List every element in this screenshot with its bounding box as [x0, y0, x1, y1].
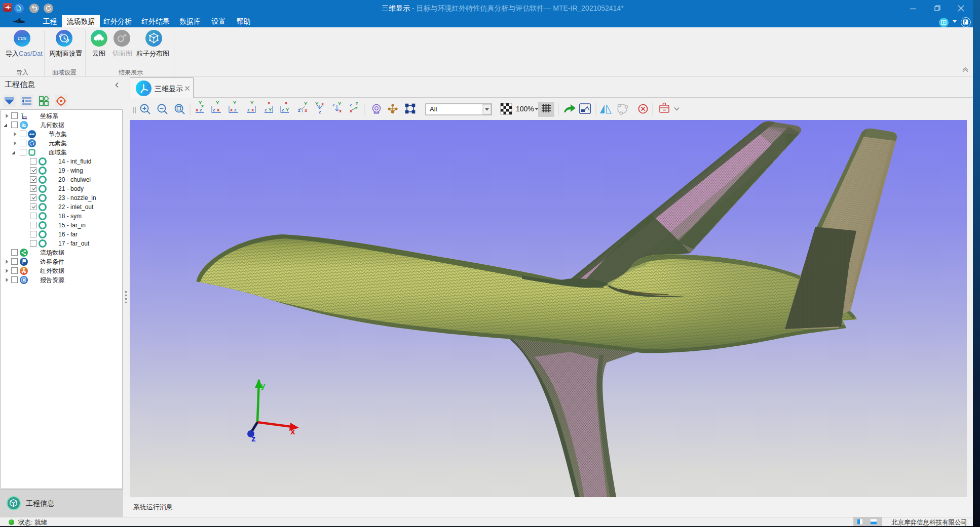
svg-text:x: x [268, 100, 271, 105]
svg-text:z: z [350, 102, 352, 107]
svg-text:x: x [196, 107, 199, 112]
svg-text:Y: Y [338, 101, 342, 106]
svg-text:x: x [25, 115, 27, 119]
svg-text:x: x [290, 427, 295, 436]
svg-text:z: z [251, 434, 256, 443]
svg-text:z: z [265, 107, 267, 112]
svg-text:x: x [305, 107, 308, 113]
svg-text:x: x [350, 108, 353, 113]
svg-text:x: x [230, 107, 233, 112]
svg-text:Y: Y [233, 100, 237, 105]
svg-text:Y: Y [250, 100, 254, 105]
svg-text:All: All [430, 105, 437, 113]
svg-text:x: x [251, 107, 254, 112]
svg-text:z: z [234, 107, 237, 112]
svg-text:Y: Y [355, 100, 359, 106]
svg-text:z: z [247, 107, 250, 112]
svg-text:Y: Y [216, 100, 219, 105]
svg-text:z: z [282, 107, 284, 112]
svg-text:x: x [285, 100, 288, 105]
svg-text:Y: Y [269, 107, 272, 112]
svg-text:x: x [339, 108, 342, 113]
svg-text:Y: Y [286, 107, 289, 112]
svg-text:z: z [213, 107, 215, 112]
svg-text:Y: Y [304, 101, 308, 106]
svg-text:x: x [321, 101, 324, 106]
svg-text:Y: Y [199, 100, 202, 105]
svg-text:z: z [332, 102, 335, 107]
svg-text:z: z [319, 109, 321, 114]
svg-text:100%: 100% [516, 105, 534, 113]
svg-text:y: y [260, 381, 266, 391]
svg-text:x: x [217, 107, 220, 112]
svg-text:Y: Y [315, 101, 319, 106]
